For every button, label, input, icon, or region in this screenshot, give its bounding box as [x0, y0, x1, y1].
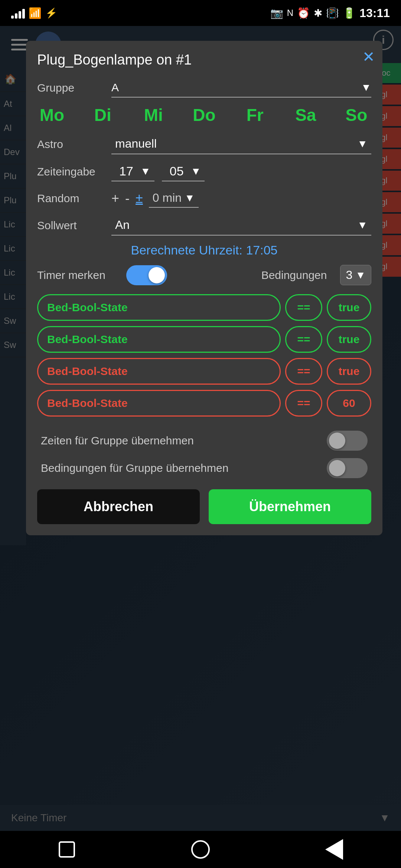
cond-1-name[interactable]: Bed-Bool-State	[37, 294, 281, 321]
cond-2-name[interactable]: Bed-Bool-State	[37, 326, 281, 353]
wifi-icon: 📶	[29, 7, 42, 19]
zeiten-gruppe-row: Zeiten für Gruppe übernehmen	[37, 431, 371, 451]
cond-3-name[interactable]: Bed-Bool-State	[37, 358, 281, 385]
cond-2-val[interactable]: true	[327, 326, 371, 353]
minutes-value: 05	[166, 164, 188, 178]
bedingungen-value: 3	[346, 268, 352, 282]
cond-3-op[interactable]: ==	[285, 358, 322, 385]
sollwert-select[interactable]: An ▼	[111, 215, 371, 236]
cond-1-op[interactable]: ==	[285, 294, 322, 321]
nav-home-button[interactable]	[188, 836, 213, 862]
sollwert-label: Sollwert	[37, 219, 111, 232]
timer-merken-row: Timer merken Bedingungen 3 ▼	[37, 265, 371, 285]
random-plus-button[interactable]: +	[111, 191, 119, 206]
bedingungen-gruppe-toggle[interactable]	[327, 458, 368, 478]
random-arrow: ▼	[185, 192, 195, 204]
random-value: 0 min	[153, 191, 182, 205]
modal-title: Plug_Bogenlampe on #1	[37, 52, 371, 68]
bedingungen-arrow: ▼	[355, 269, 366, 281]
nfc-icon: N	[287, 8, 293, 18]
zeiten-gruppe-toggle[interactable]	[327, 431, 368, 451]
cond-4-val[interactable]: 60	[327, 390, 371, 417]
calc-time: Berechnete Uhrzeit: 17:05	[37, 243, 371, 257]
hours-spinner[interactable]: 17 ▼	[111, 162, 154, 181]
signal-icon	[11, 7, 25, 19]
random-label: Random	[37, 192, 111, 205]
sollwert-arrow: ▼	[357, 219, 368, 231]
astro-dropdown-arrow: ▼	[357, 138, 368, 150]
minutes-spinner[interactable]: 05 ▼	[162, 162, 205, 181]
gruppe-dropdown-arrow: ▼	[361, 82, 371, 93]
battery-icon: 🔋	[343, 7, 356, 19]
minutes-arrow: ▼	[191, 165, 201, 177]
timer-merken-label: Timer merken	[37, 269, 119, 282]
timer-modal: ✕ Plug_Bogenlampe on #1 Gruppe A ▼ Mo Di…	[26, 41, 382, 535]
bedingungen-gruppe-row: Bedingungen für Gruppe übernehmen	[37, 458, 371, 478]
nav-recents-button[interactable]	[54, 836, 80, 862]
alarm-icon: ⏰	[297, 7, 310, 19]
cond-4-name[interactable]: Bed-Bool-State	[37, 390, 281, 417]
sollwert-row: Sollwert An ▼	[37, 215, 371, 236]
confirm-button[interactable]: Übernehmen	[209, 489, 371, 524]
flash-icon: ⚡	[45, 7, 57, 19]
gruppe-row: Gruppe A ▼	[37, 78, 371, 98]
close-button[interactable]: ✕	[362, 48, 375, 65]
days-row: Mo Di Mi Do Fr Sa So	[37, 105, 371, 125]
day-mi[interactable]: Mi	[138, 105, 168, 125]
bedingungen-label: Bedingungen	[261, 269, 327, 282]
gruppe-label: Gruppe	[37, 82, 111, 94]
random-value-spinner[interactable]: 0 min ▼	[149, 189, 199, 208]
astro-row: Astro manuell ▼	[37, 134, 371, 154]
timer-merken-toggle[interactable]	[126, 265, 167, 285]
cancel-button[interactable]: Abbrechen	[37, 489, 200, 524]
gruppe-value: A	[111, 81, 119, 94]
camera-icon: 📷	[270, 7, 283, 19]
condition-row-3: Bed-Bool-State == true	[37, 358, 371, 385]
bedingungen-select[interactable]: 3 ▼	[340, 265, 371, 285]
random-row: Random + - ± 0 min ▼	[37, 189, 371, 208]
day-fr[interactable]: Fr	[240, 105, 270, 125]
astro-label: Astro	[37, 138, 111, 151]
status-left: 📶 ⚡	[11, 7, 57, 19]
time-inputs: 17 ▼ 05 ▼	[111, 162, 205, 181]
day-sa[interactable]: Sa	[291, 105, 320, 125]
day-mo[interactable]: Mo	[37, 105, 67, 125]
random-minus-button[interactable]: -	[125, 191, 130, 206]
condition-row-4: Bed-Bool-State == 60	[37, 390, 371, 417]
astro-value: manuell	[115, 137, 157, 151]
random-controls: + - ± 0 min ▼	[111, 189, 199, 208]
day-do[interactable]: Do	[189, 105, 219, 125]
vibrate-icon: 📳	[326, 7, 339, 19]
day-di[interactable]: Di	[88, 105, 118, 125]
bedingungen-gruppe-label: Bedingungen für Gruppe übernehmen	[41, 462, 327, 474]
zeiteingabe-row: Zeiteingabe 17 ▼ 05 ▼	[37, 162, 371, 181]
cond-3-val[interactable]: true	[327, 358, 371, 385]
cond-2-op[interactable]: ==	[285, 326, 322, 353]
bluetooth-icon: ✱	[314, 7, 322, 19]
day-so[interactable]: So	[342, 105, 371, 125]
zeiten-gruppe-label: Zeiten für Gruppe übernehmen	[41, 434, 327, 447]
random-plusminus-button[interactable]: ±	[136, 191, 143, 206]
zeiteingabe-label: Zeiteingabe	[37, 165, 111, 178]
hours-value: 17	[115, 164, 137, 178]
status-right: 📷 N ⏰ ✱ 📳 🔋 13:11	[270, 6, 390, 20]
status-bar: 📶 ⚡ 📷 N ⏰ ✱ 📳 🔋 13:11	[0, 0, 401, 26]
condition-row-2: Bed-Bool-State == true	[37, 326, 371, 353]
nav-bar	[0, 831, 401, 868]
gruppe-select[interactable]: A ▼	[111, 78, 371, 98]
clock: 13:11	[359, 6, 390, 20]
cond-4-op[interactable]: ==	[285, 390, 322, 417]
sollwert-value: An	[115, 218, 130, 232]
nav-back-button[interactable]	[321, 836, 347, 862]
hours-arrow: ▼	[140, 165, 151, 177]
modal-buttons: Abbrechen Übernehmen	[37, 489, 371, 524]
astro-select[interactable]: manuell ▼	[111, 134, 371, 154]
cond-1-val[interactable]: true	[327, 294, 371, 321]
condition-row-1: Bed-Bool-State == true	[37, 294, 371, 321]
